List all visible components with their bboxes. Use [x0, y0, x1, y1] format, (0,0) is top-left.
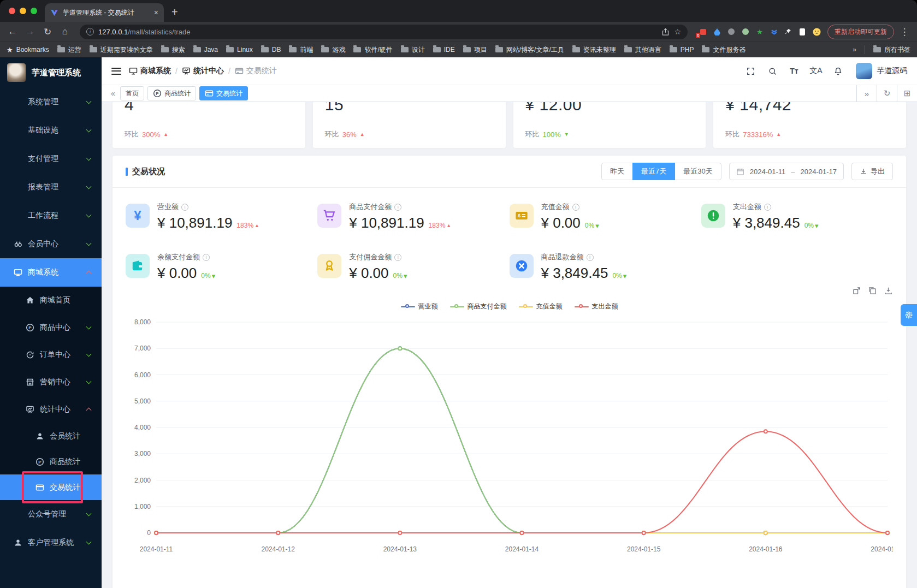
tags-refresh-icon[interactable]: ↻	[877, 85, 897, 102]
sidebar-item-交易统计[interactable]: 交易统计	[0, 474, 102, 500]
bookmark-star-icon[interactable]: ☆	[674, 27, 681, 36]
tags-scroll-left-icon[interactable]: «	[106, 89, 120, 98]
sidebar-item-基础设施[interactable]: 基础设施	[0, 116, 102, 145]
sidebar-item-支付管理[interactable]: 支付管理	[0, 145, 102, 173]
browser-tab[interactable]: 芋道管理系统 - 交易统计 ×	[45, 3, 164, 22]
tag-tab-商品统计[interactable]: P商品统计	[147, 86, 196, 100]
bookmark-folder-item[interactable]: 运营	[57, 45, 81, 55]
fullscreen-icon[interactable]	[743, 64, 758, 78]
sidebar-item-商品统计[interactable]: P商品统计	[0, 449, 102, 474]
sidebar-item-商城系统[interactable]: 商城系统	[0, 258, 102, 287]
close-window-button[interactable]	[9, 8, 15, 14]
info-icon[interactable]: i	[394, 254, 401, 261]
legend-item-商品支付金额[interactable]: 商品支付金额	[450, 302, 507, 311]
minimize-window-button[interactable]	[20, 8, 26, 14]
sidebar-item-商品中心[interactable]: P商品中心	[0, 314, 102, 341]
range-button-最近30天[interactable]: 最近30天	[675, 163, 721, 180]
locale-icon[interactable]: 文A	[809, 64, 823, 78]
back-icon[interactable]: ←	[5, 26, 20, 37]
sidebar-item-系统管理[interactable]: 系统管理	[0, 88, 102, 116]
sidebar-item-营销中心[interactable]: 营销中心	[0, 369, 102, 396]
breadcrumb-item[interactable]: 统计中心	[182, 66, 224, 76]
bookmark-folder-item[interactable]: 资讯未整理	[572, 45, 616, 55]
reader-mode-extension-icon[interactable]	[798, 27, 807, 36]
blue-layers-extension-icon[interactable]	[770, 27, 778, 36]
legend-item-支出金额[interactable]: 支出金额	[575, 302, 618, 311]
theme-settings-button[interactable]	[901, 304, 917, 326]
font-size-icon[interactable]: Tт	[787, 64, 801, 78]
sidebar-item-商城首页[interactable]: 商城首页	[0, 287, 102, 314]
bookmark-folder-item[interactable]: Java	[193, 45, 218, 55]
date-end[interactable]: 2024-01-17	[801, 168, 837, 176]
range-button-昨天[interactable]: 昨天	[601, 163, 633, 180]
bookmark-folder-item[interactable]: 前端	[289, 45, 313, 55]
bookmark-folder-item[interactable]: 搜索	[161, 45, 185, 55]
app-logo[interactable]: 芋道管理系统	[0, 57, 102, 88]
bookmark-folder-item[interactable]: 网站/博客/文章/工具	[495, 45, 564, 55]
gray-camera-extension-icon[interactable]	[727, 27, 736, 36]
info-icon[interactable]: i	[203, 254, 210, 261]
breadcrumb-item[interactable]: 商城系统	[129, 66, 171, 76]
site-info-icon[interactable]: i	[86, 28, 94, 35]
green-ring-extension-icon[interactable]	[741, 27, 750, 36]
bookmark-folder-item[interactable]: 文件服务器	[702, 45, 746, 55]
home-icon[interactable]: ⌂	[58, 26, 72, 37]
browser-menu-icon[interactable]: ⋮	[897, 26, 912, 38]
sidebar-item-统计中心[interactable]: 统计中心	[0, 396, 102, 423]
bell-icon[interactable]	[831, 64, 845, 78]
search-icon[interactable]	[765, 64, 779, 78]
emoji-avatar-icon[interactable]	[812, 27, 821, 36]
address-bar[interactable]: i 127.0.0.1/mall/statistics/trade ☆	[80, 25, 688, 39]
forward-icon[interactable]: →	[23, 26, 37, 37]
bookmarks-overflow-icon[interactable]: »	[853, 46, 856, 54]
water-drop-extension-icon[interactable]	[713, 27, 721, 36]
legend-item-营业额[interactable]: 营业额	[401, 302, 438, 311]
chart-save-image-icon[interactable]	[884, 286, 893, 295]
collapse-sidebar-icon[interactable]	[111, 68, 121, 75]
tags-layout-icon[interactable]: ⊞	[897, 85, 917, 102]
tags-scroll-right-icon[interactable]: »	[856, 85, 877, 102]
pin-extension-icon[interactable]	[784, 27, 792, 36]
date-start[interactable]: 2024-01-11	[750, 168, 786, 176]
tag-tab-首页[interactable]: 首页	[120, 86, 144, 100]
maximize-window-button[interactable]	[31, 8, 37, 14]
green-star-extension-icon[interactable]: ★	[755, 27, 764, 36]
all-bookmarks-item[interactable]: 所有书签	[873, 45, 910, 55]
trade-trend-chart[interactable]: 01,0002,0003,0004,0005,0006,0007,0008,00…	[126, 313, 893, 562]
bookmark-folder-item[interactable]: PHP	[670, 45, 694, 55]
bookmark-folder-item[interactable]: 游戏	[321, 45, 345, 55]
legend-item-充值金额[interactable]: 充值金额	[519, 302, 563, 311]
share-icon[interactable]	[661, 28, 670, 36]
new-tab-button[interactable]: +	[164, 6, 186, 22]
bookmark-folder-item[interactable]: Linux	[226, 45, 253, 55]
chart-zoom-icon[interactable]	[852, 286, 861, 295]
info-icon[interactable]: i	[572, 204, 579, 211]
red-extension-icon[interactable]: 6	[699, 27, 707, 36]
tag-tab-交易统计[interactable]: 交易统计	[199, 86, 248, 100]
sidebar-item-订单中心[interactable]: 订单中心	[0, 341, 102, 369]
reload-icon[interactable]: ↻	[40, 26, 55, 38]
browser-update-button[interactable]: 重新启动即可更新	[827, 25, 894, 39]
tab-close-icon[interactable]: ×	[154, 8, 158, 17]
export-button[interactable]: 导出	[851, 163, 893, 180]
date-range-picker[interactable]: 2024-01-11 – 2024-01-17	[729, 163, 844, 180]
sidebar-item-公众号管理[interactable]: 公众号管理	[0, 500, 102, 528]
info-icon[interactable]: i	[764, 204, 771, 211]
sidebar-item-报表管理[interactable]: 报表管理	[0, 173, 102, 201]
bookmark-folder-item[interactable]: 软件/硬件	[353, 45, 392, 55]
bookmark-folder-item[interactable]: 项目	[463, 45, 487, 55]
bookmark-folder-item[interactable]: 近期需要读的文章	[90, 45, 153, 55]
chart-restore-icon[interactable]	[868, 286, 877, 295]
info-icon[interactable]: i	[394, 204, 401, 211]
user-menu[interactable]: 芋道源码	[856, 63, 907, 79]
bookmark-folder-item[interactable]: 设计	[401, 45, 425, 55]
sidebar-item-客户管理系统[interactable]: 客户管理系统	[0, 528, 102, 557]
sidebar-item-工作流程[interactable]: 工作流程	[0, 201, 102, 230]
bookmark-folder-item[interactable]: DB	[261, 45, 281, 55]
range-button-最近7天[interactable]: 最近7天	[632, 163, 675, 180]
bookmark-folder-item[interactable]: IDE	[433, 45, 455, 55]
sidebar-item-会员中心[interactable]: 会员中心	[0, 230, 102, 258]
info-icon[interactable]: i	[587, 254, 594, 261]
breadcrumb-item[interactable]: 交易统计	[235, 66, 277, 76]
info-icon[interactable]: i	[181, 204, 188, 211]
